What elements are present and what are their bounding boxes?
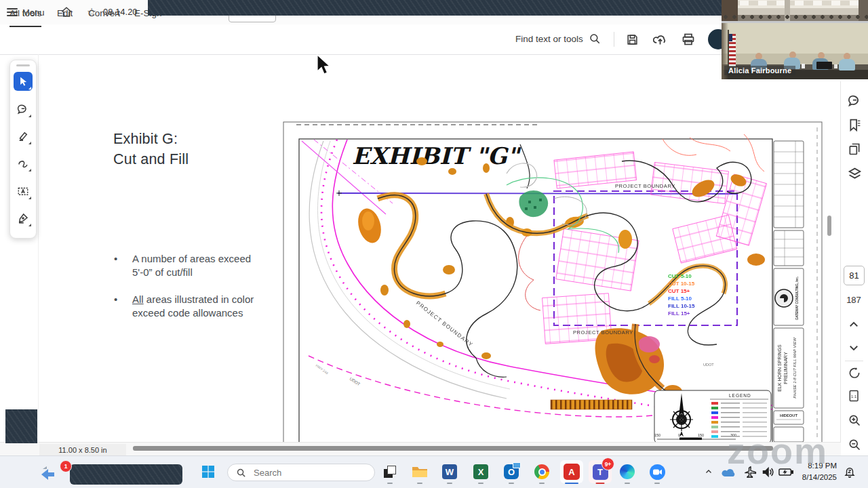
layers-icon [848,167,862,181]
search-icon [236,468,246,478]
slide-bullet-list: • A number of areas exceed 5'-0” of cut/… [114,252,269,333]
redaction-box-taskbar [70,464,182,485]
comment-bubble-icon [848,94,862,108]
comment-icon [17,103,29,115]
meeting-share-tray-icon[interactable] [39,464,57,482]
current-page-input[interactable]: 81 [844,266,865,285]
acrobat-button[interactable]: A [560,460,583,483]
find-tools-button[interactable]: Find text or tools [515,33,601,45]
tray-expand-button[interactable] [700,463,717,481]
page-thumbnails-button[interactable] [848,142,862,157]
page-fit-button[interactable]: 1:1 [848,389,862,403]
total-pages-label: 187 [841,295,867,305]
zoom-in-button[interactable] [848,413,862,428]
select-tool-button[interactable] [14,72,33,91]
sheet-title: PHASE 1-8 CUT FILL MAP VIEW [793,337,797,399]
key-cut-5-10: CUT 5-10 [668,273,692,279]
tab-edit[interactable]: Edit [57,8,73,18]
comments-panel-button[interactable] [848,94,862,108]
previous-page-button[interactable] [848,319,862,333]
outlook-button[interactable]: O [502,463,520,481]
legend-title: LEGEND [729,393,751,398]
udot-label-2: UDOT [703,363,714,367]
chevron-down-icon [848,342,860,354]
cup-2 [834,64,837,68]
word-button[interactable]: W [441,463,458,481]
rotate-icon [848,366,861,380]
exhibit-title: EXHIBIT "G" [352,142,521,169]
add-text-tool-button[interactable] [14,182,33,201]
freehand-draw-icon [17,157,29,169]
palette-drag-handle[interactable] [16,64,30,66]
bookmarks-panel-button[interactable] [848,118,862,132]
file-explorer-icon [412,465,428,479]
search-input[interactable] [252,467,350,479]
edge-button[interactable] [618,463,636,481]
start-button[interactable] [199,463,217,481]
sidebar-divider [845,361,863,361]
zoom-out-icon [848,438,861,451]
fill-sign-tool-button[interactable] [14,209,33,228]
zoom-out-button[interactable] [848,438,862,452]
save-button[interactable] [625,32,639,47]
task-view-button[interactable] [381,463,399,481]
excel-icon: X [473,464,488,479]
file-explorer-button[interactable] [411,463,429,481]
zoom-watermark: zoom [727,430,849,472]
comment-tool-button[interactable] [14,100,33,119]
highlighter-icon [17,130,29,142]
rotate-page-button[interactable] [848,366,862,380]
svg-text:1:1: 1:1 [851,394,856,399]
acrobat-icon: A [564,464,580,480]
svg-text:150: 150 [698,433,704,437]
horizontal-scrollbar[interactable] [133,446,773,451]
project-boundary-label-mid: PROJECT BOUNDARY [573,329,633,336]
participant-name-label: Alicia Fairbourne [724,66,795,75]
redaction-box-thumbnail [5,409,37,443]
share-upload-button[interactable] [652,32,667,47]
bullet-2-rest: areas illustrated in color exceed code a… [132,293,254,319]
fit-one-to-one-icon: 1:1 [848,389,861,403]
print-icon [682,33,695,46]
clock-date: 8/14/2025 [802,472,837,483]
us-flag [729,34,736,66]
project-boundary-label-top: PROJECT BOUNDARY [615,183,675,189]
screen: Menu ☆ 08.14.20 All tools Edit Convert E… [0,0,868,488]
draw-tool-button[interactable] [14,154,33,173]
excel-button[interactable]: X [472,463,490,481]
bookmark-icon [848,118,862,132]
tab-convert[interactable]: Convert [88,8,120,18]
key-fill-15: FILL 15+ [668,310,690,317]
status-bar: 11.00 x 8.50 in [0,442,841,456]
bullet-2-underlined: All [132,293,144,305]
key-cut-15: CUT 15+ [668,288,690,294]
slide-title-line1: Exhibit G: [113,129,189,149]
highlight-tool-button[interactable] [14,127,33,146]
bullet-item-2: • All areas illustrated in color exceed … [114,293,269,319]
chevron-up-icon [848,319,860,331]
tray-chevron-icon [705,468,713,476]
layers-panel-button[interactable] [848,167,862,181]
vertical-scrollbar[interactable] [827,216,831,236]
print-button[interactable] [681,32,696,47]
toolbar-divider [614,32,614,47]
viewer-edge-line [38,54,39,442]
teams-button[interactable]: T 9+ [589,460,612,483]
tab-all-tools[interactable]: All tools [9,8,41,18]
bullet-item-1: • A number of areas exceed 5'-0” of cut/… [114,252,269,279]
next-page-button[interactable] [848,342,862,356]
svg-text:0: 0 [678,433,680,437]
mouse-cursor [316,54,331,75]
slide-title: Exhibit G: Cut and Fill [113,129,189,169]
zoom-video-overlay[interactable]: Alicia Fairbourne [722,0,868,81]
pages-icon [848,142,861,156]
cloud-upload-icon [653,33,667,47]
task-view-icon [384,466,396,478]
redaction-bar-top [148,0,722,16]
taskbar-search[interactable] [227,464,375,481]
chrome-button[interactable] [533,463,551,481]
firm-name: GATEWAY CONSULTING, Inc. [795,277,799,320]
zoom-app-button[interactable] [648,463,666,481]
word-icon: W [442,464,457,479]
zoom-app-icon [650,464,665,480]
